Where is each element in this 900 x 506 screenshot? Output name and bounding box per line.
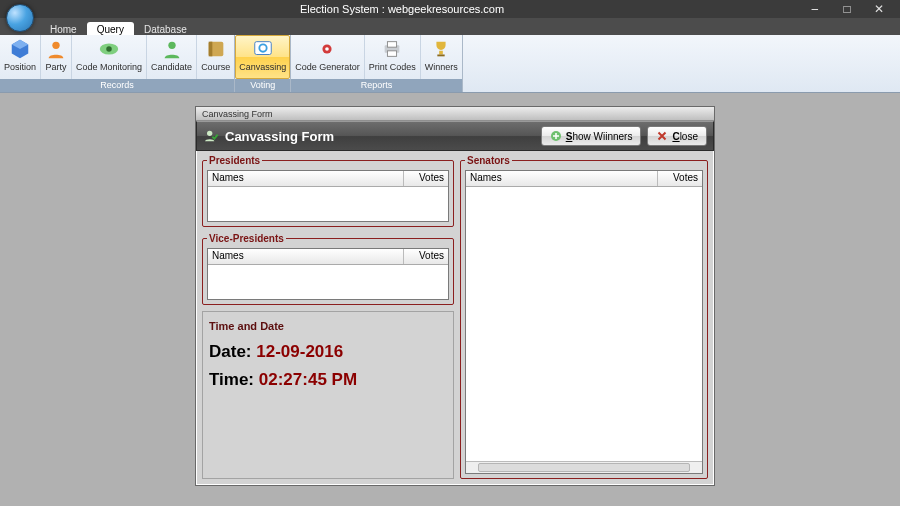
window-title: Election System : webgeekresources.com — [0, 3, 804, 15]
form-title: Canvassing Form — [225, 129, 535, 144]
button-label: Close — [672, 131, 698, 142]
tab-database[interactable]: Database — [134, 22, 197, 35]
ribbon-item-canvassing[interactable]: Canvassing — [235, 35, 290, 79]
ribbon-item-candidate[interactable]: Candidate — [147, 35, 197, 79]
form-body: Presidents Names Votes Vice-Presidents N… — [198, 151, 712, 483]
vice-presidents-group: Vice-Presidents Names Votes — [202, 233, 454, 305]
horizontal-scrollbar[interactable] — [466, 461, 702, 473]
col-names[interactable]: Names — [466, 171, 658, 186]
candidate-icon — [161, 38, 183, 60]
eye-icon — [98, 38, 120, 60]
date-value: 12-09-2016 — [256, 342, 343, 361]
ribbon-group-label: Voting — [235, 79, 290, 92]
ribbon-item-party[interactable]: Party — [41, 35, 72, 79]
trophy-icon — [430, 38, 452, 60]
grid-body[interactable] — [208, 265, 448, 299]
time-date-group: Time and Date Date: 12-09-2016 Time: 02:… — [202, 311, 454, 479]
svg-rect-12 — [388, 51, 397, 57]
svg-point-3 — [168, 42, 175, 49]
presidents-grid[interactable]: Names Votes — [207, 170, 449, 222]
svg-rect-11 — [388, 42, 397, 48]
tab-home[interactable]: Home — [40, 22, 87, 35]
group-legend: Vice-Presidents — [207, 233, 286, 244]
ribbon-item-winners[interactable]: Winners — [421, 35, 462, 79]
ribbon-item-position[interactable]: Position — [0, 35, 41, 79]
ribbon-group-voting: Canvassing Voting — [235, 35, 291, 92]
time-date-heading: Time and Date — [209, 320, 447, 332]
col-names[interactable]: Names — [208, 171, 404, 186]
svg-point-0 — [52, 42, 59, 49]
ribbon-item-code-generator[interactable]: Code Generator — [291, 35, 365, 79]
date-row: Date: 12-09-2016 — [209, 342, 447, 362]
svg-rect-5 — [208, 42, 212, 57]
person-icon — [45, 38, 67, 60]
ribbon-group-label: Reports — [291, 79, 462, 92]
close-button[interactable]: Close — [647, 126, 707, 146]
ribbon-item-label: Candidate — [151, 62, 192, 72]
subwindow-titlebar[interactable]: Canvassing Form — [196, 107, 714, 121]
titlebar: Election System : webgeekresources.com ‒… — [0, 0, 900, 18]
svg-rect-13 — [438, 55, 445, 57]
col-names[interactable]: Names — [208, 249, 404, 264]
ballot-icon — [252, 38, 274, 60]
ribbon-item-label: Print Codes — [369, 62, 416, 72]
grid-header: Names Votes — [466, 171, 702, 187]
date-label: Date: — [209, 342, 252, 361]
left-column: Presidents Names Votes Vice-Presidents N… — [202, 155, 454, 479]
plus-circle-icon — [550, 130, 562, 142]
main-tabstrip: Home Query Database — [0, 18, 900, 35]
gear-icon — [316, 38, 338, 60]
svg-point-14 — [207, 131, 212, 136]
printer-icon — [381, 38, 403, 60]
group-legend: Presidents — [207, 155, 262, 166]
group-legend: Senators — [465, 155, 512, 166]
grid-body[interactable] — [466, 187, 702, 461]
ribbon-item-label: Course — [201, 62, 230, 72]
ribbon: Position Party Code Monitoring Candidate… — [0, 35, 900, 93]
col-votes[interactable]: Votes — [658, 171, 702, 186]
ribbon-item-course[interactable]: Course — [197, 35, 234, 79]
grid-header: Names Votes — [208, 249, 448, 265]
grid-header: Names Votes — [208, 171, 448, 187]
ribbon-item-label: Code Generator — [295, 62, 360, 72]
col-votes[interactable]: Votes — [404, 171, 448, 186]
time-label: Time: — [209, 370, 254, 389]
time-row: Time: 02:27:45 PM — [209, 370, 447, 390]
ribbon-group-records: Position Party Code Monitoring Candidate… — [0, 35, 235, 92]
svg-point-2 — [106, 46, 112, 52]
close-icon — [656, 130, 668, 142]
senators-group: Senators Names Votes — [460, 155, 708, 479]
svg-point-9 — [326, 47, 330, 51]
ribbon-item-label: Code Monitoring — [76, 62, 142, 72]
cube-icon — [9, 38, 31, 60]
tab-query[interactable]: Query — [87, 22, 134, 35]
book-icon — [205, 38, 227, 60]
grid-body[interactable] — [208, 187, 448, 221]
right-column: Senators Names Votes — [460, 155, 708, 479]
form-header: Canvassing Form Show Wiinners Close — [196, 121, 714, 151]
ribbon-group-reports: Code Generator Print Codes Winners Repor… — [291, 35, 463, 92]
show-winners-button[interactable]: Show Wiinners — [541, 126, 642, 146]
maximize-button[interactable]: □ — [836, 2, 858, 16]
ribbon-item-label: Position — [4, 62, 36, 72]
button-label: Show Wiinners — [566, 131, 633, 142]
ribbon-group-label: Records — [0, 79, 234, 92]
presidents-group: Presidents Names Votes — [202, 155, 454, 227]
canvassing-form-window: Canvassing Form Canvassing Form Show Wii… — [195, 106, 715, 486]
senators-grid[interactable]: Names Votes — [465, 170, 703, 474]
ribbon-item-print-codes[interactable]: Print Codes — [365, 35, 421, 79]
ribbon-item-label: Winners — [425, 62, 458, 72]
ribbon-item-label: Canvassing — [239, 62, 286, 72]
time-value: 02:27:45 PM — [259, 370, 357, 389]
col-votes[interactable]: Votes — [404, 249, 448, 264]
ribbon-item-label: Party — [46, 62, 67, 72]
app-orb-icon[interactable] — [6, 4, 34, 32]
close-window-button[interactable]: ✕ — [868, 2, 890, 16]
vice-presidents-grid[interactable]: Names Votes — [207, 248, 449, 300]
ribbon-item-code-monitoring[interactable]: Code Monitoring — [72, 35, 147, 79]
window-controls: ‒ □ ✕ — [804, 2, 900, 16]
person-check-icon — [203, 128, 219, 144]
minimize-button[interactable]: ‒ — [804, 2, 826, 16]
